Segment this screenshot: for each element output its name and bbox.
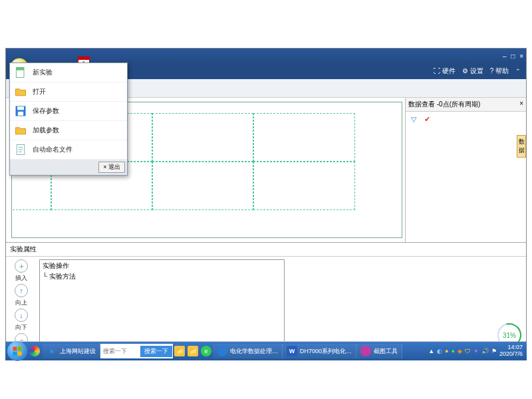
browser-pinned-icon[interactable]: e (201, 346, 211, 356)
taskbar-app[interactable]: W DH7000系列电化… (283, 344, 356, 358)
move-down-button[interactable]: ↓ (15, 309, 28, 322)
search-input[interactable] (100, 346, 138, 356)
svg-rect-12 (13, 352, 17, 356)
hardware-link[interactable]: ⛶ 硬件 (434, 66, 456, 76)
insert-label: 插入 (15, 274, 27, 283)
word-icon: W (287, 346, 297, 356)
taskbar-ie-label: 上海网站建设 (60, 347, 96, 356)
taskbar-clock[interactable]: 14:07 2020/7/6 (499, 344, 523, 358)
filter-icon[interactable]: ▽ (408, 114, 419, 124)
snip-icon (360, 346, 371, 356)
help-link[interactable]: ? 帮助 (490, 66, 509, 76)
svg-rect-11 (18, 346, 22, 350)
save-icon (14, 104, 27, 118)
remove-button[interactable]: － (15, 333, 28, 341)
folder-icon (14, 124, 27, 137)
data-side-tab[interactable]: 数据 (517, 135, 526, 158)
app-icon (217, 346, 227, 356)
exit-button[interactable]: × 退出 (98, 162, 125, 173)
svg-rect-5 (18, 112, 23, 116)
tree-header: 实验操作 (43, 261, 281, 271)
network-icon: ⛶ (434, 67, 442, 74)
tray-icon[interactable]: ◐ (437, 348, 442, 354)
file-menu-footer: × 退出 (10, 160, 127, 175)
pinned-app-icon[interactable] (29, 346, 40, 356)
lower-body: ＋ 插入 ↑ 向上 ↓ 向下 － 移除 ? Help 实验操作 └ 实验方法 (6, 257, 526, 341)
experiment-tree[interactable]: 实验操作 └ 实验方法 (39, 259, 285, 341)
menu-new-experiment[interactable]: 新实验 (10, 63, 127, 82)
taskbar-app[interactable]: 截图工具 (356, 344, 402, 358)
move-down-label: 向下 (15, 323, 27, 332)
taskbar-ie[interactable]: e 上海网站建设 (43, 344, 100, 358)
svg-rect-4 (17, 106, 24, 110)
search-button[interactable]: 搜索一下 (140, 346, 172, 357)
tray-icon[interactable]: ● (445, 348, 448, 354)
props-empty-area (287, 257, 526, 341)
lower-pane: 实验属性 ＋ 插入 ↑ 向上 ↓ 向下 － 移除 ? Help 实验操作 └ 实… (6, 243, 526, 341)
maximize-button[interactable]: □ (511, 53, 515, 60)
panel-close-button[interactable]: × (519, 100, 523, 109)
settings-link[interactable]: ⚙ 设置 (462, 66, 483, 76)
close-button[interactable]: × (519, 53, 523, 60)
data-view-panel: 数据查看 -0点(所有周期) × ▽ ✔ (405, 98, 526, 242)
ie-icon: e (47, 346, 57, 356)
tray-volume-icon[interactable]: 🔊 (481, 348, 489, 354)
new-file-icon (14, 66, 27, 79)
window-controls: – □ × (500, 53, 523, 60)
tray-flag-icon[interactable]: ⚑ (491, 348, 497, 354)
tray-icon[interactable]: ● (452, 348, 455, 354)
svg-rect-10 (13, 346, 17, 350)
operation-column: ＋ 插入 ↑ 向上 ↓ 向下 － 移除 ? Help (6, 257, 37, 341)
experiment-props-header: 实验属性 (6, 243, 526, 257)
explorer-pinned-icon-2[interactable]: 📁 (188, 346, 198, 356)
data-view-tools: ▽ ✔ (406, 112, 526, 126)
data-view-header: 数据查看 -0点(所有周期) × (406, 98, 526, 112)
svg-rect-13 (18, 352, 22, 356)
move-up-button[interactable]: ↑ (15, 284, 28, 297)
document-icon (14, 143, 27, 156)
tray-icon[interactable]: ▲ (428, 348, 434, 354)
taskbar-search: 搜索一下 (100, 344, 173, 358)
move-up-label: 向上 (15, 299, 27, 307)
tray-icon[interactable]: ✦ (473, 348, 479, 354)
data-view-title: 数据查看 -0点(所有周期) (408, 100, 480, 109)
windows-logo-icon (12, 346, 23, 356)
svg-rect-2 (16, 68, 24, 70)
minimize-button[interactable]: – (503, 53, 507, 60)
gear-icon: ⚙ (462, 67, 470, 74)
start-button[interactable] (7, 341, 27, 361)
menu-auto-name[interactable]: 自动命名文件 (10, 140, 127, 160)
tray-icon[interactable]: ◆ (458, 348, 462, 354)
insert-button[interactable]: ＋ (15, 259, 28, 273)
explorer-pinned-icon[interactable]: 📁 (174, 346, 185, 356)
menu-save-params[interactable]: 保存参数 (10, 102, 127, 121)
menu-load-params[interactable]: 加载参数 (10, 121, 127, 140)
tray-shield-icon[interactable]: 🛡 (465, 348, 471, 354)
tree-root-item[interactable]: └ 实验方法 (43, 272, 281, 281)
taskbar: e 上海网站建设 搜索一下 📁 📁 e 电化学数据处理… W DH7000系列电… (5, 342, 527, 360)
check-icon[interactable]: ✔ (422, 114, 432, 124)
folder-open-icon (14, 85, 27, 98)
file-menu: 新实验 打开 保存参数 加载参数 自动命名文件 × 退出 (9, 63, 128, 176)
collapse-ribbon-button[interactable]: ⌃ (515, 68, 521, 74)
system-tray: ▲ ◐ ● ● ◆ 🛡 ✦ 🔊 ⚑ 14:07 2020/7/6 (428, 344, 527, 358)
taskbar-app[interactable]: 电化学数据处理… (213, 344, 283, 358)
menu-open[interactable]: 打开 (10, 82, 127, 102)
